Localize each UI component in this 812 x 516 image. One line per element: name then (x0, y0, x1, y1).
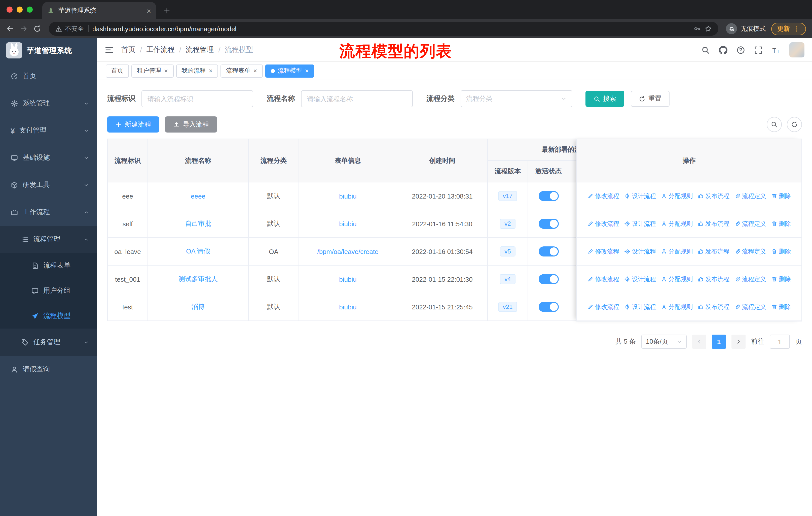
window-zoom-button[interactable] (27, 6, 33, 12)
breadcrumb-item[interactable]: 首页 (121, 45, 136, 54)
process-name-link[interactable]: 自己审批 (185, 219, 211, 228)
form-link[interactable]: /bpm/oa/leave/create (317, 248, 379, 255)
browser-tab[interactable]: 芋道管理系统 × (42, 2, 156, 19)
tag-item[interactable]: 租户管理× (132, 64, 173, 77)
row-action-assign[interactable]: 分配规则 (661, 247, 693, 256)
active-toggle[interactable] (539, 302, 558, 312)
row-action-edit[interactable]: 修改流程 (587, 192, 619, 200)
browser-menu-icon[interactable] (793, 25, 800, 32)
row-action-design[interactable]: 设计流程 (624, 219, 656, 228)
new-tab-button[interactable] (163, 7, 171, 15)
process-name-input[interactable] (301, 90, 413, 107)
form-link[interactable]: biubiu (339, 275, 356, 283)
active-toggle[interactable] (539, 246, 558, 256)
search-icon[interactable] (701, 46, 710, 54)
back-button[interactable] (6, 25, 14, 33)
row-action-publish[interactable]: 发布流程 (698, 219, 729, 228)
row-action-delete[interactable]: 删除 (771, 247, 791, 256)
row-action-definition[interactable]: 流程定义 (734, 219, 766, 228)
row-action-delete[interactable]: 删除 (771, 275, 791, 283)
font-size-icon[interactable]: TT (772, 46, 780, 54)
active-toggle[interactable] (539, 274, 558, 284)
process-name-link[interactable]: 滔博 (192, 302, 205, 311)
row-action-design[interactable]: 设计流程 (624, 192, 656, 200)
row-action-publish[interactable]: 发布流程 (698, 303, 729, 311)
forward-button[interactable] (20, 25, 28, 33)
tag-item[interactable]: 流程表单× (221, 64, 263, 77)
row-action-assign[interactable]: 分配规则 (661, 219, 693, 228)
sidebar-item-devtools[interactable]: 研发工具 (0, 171, 97, 198)
row-action-delete[interactable]: 删除 (771, 303, 791, 311)
security-indicator[interactable]: 不安全 (55, 24, 84, 33)
next-page-button[interactable] (731, 334, 746, 349)
form-link[interactable]: biubiu (339, 220, 356, 227)
browser-update-button[interactable]: 更新 (771, 22, 806, 35)
window-minimize-button[interactable] (17, 6, 23, 12)
category-select[interactable]: 流程分类 (461, 90, 572, 107)
address-bar[interactable]: 不安全 dashboard.yudao.iocoder.cn/bpm/manag… (49, 22, 718, 36)
help-icon[interactable] (736, 46, 745, 54)
breadcrumb-item[interactable]: 工作流程 (146, 45, 175, 54)
row-action-definition[interactable]: 流程定义 (734, 247, 766, 256)
app-logo[interactable]: 芋道管理系统 (0, 38, 97, 62)
process-name-link[interactable]: OA 请假 (186, 247, 210, 256)
toggle-search-button[interactable] (767, 117, 782, 132)
tag-close-icon[interactable]: × (253, 67, 257, 75)
row-action-definition[interactable]: 流程定义 (734, 275, 766, 283)
row-action-publish[interactable]: 发布流程 (698, 275, 729, 283)
sidebar-item-flow-form[interactable]: 流程表单 (0, 253, 97, 278)
password-key-icon[interactable] (694, 25, 701, 32)
tag-active[interactable]: 流程模型× (265, 64, 314, 77)
row-action-design[interactable]: 设计流程 (624, 275, 656, 283)
window-close-button[interactable] (6, 6, 12, 12)
row-action-assign[interactable]: 分配规则 (661, 303, 693, 311)
breadcrumb-item[interactable]: 流程管理 (186, 45, 214, 54)
sidebar-item-infra[interactable]: 基础设施 (0, 144, 97, 171)
process-key-input[interactable] (141, 90, 253, 107)
row-action-edit[interactable]: 修改流程 (587, 247, 619, 256)
row-action-assign[interactable]: 分配规则 (661, 192, 693, 200)
prev-page-button[interactable] (692, 334, 706, 349)
sidebar-item-system[interactable]: 系统管理 (0, 90, 97, 117)
tag-close-icon[interactable]: × (164, 67, 168, 75)
tag-close-icon[interactable]: × (209, 67, 212, 75)
create-process-button[interactable]: 新建流程 (107, 116, 159, 133)
sidebar-item-payment[interactable]: ¥支付管理 (0, 117, 97, 144)
tab-close-icon[interactable]: × (146, 7, 151, 15)
sidebar-collapse-icon[interactable] (105, 45, 114, 54)
sidebar-item-user-group[interactable]: 用户分组 (0, 278, 97, 303)
row-action-definition[interactable]: 流程定义 (734, 303, 766, 311)
tag-close-icon[interactable]: × (305, 67, 309, 75)
sidebar-item-home[interactable]: 首页 (0, 62, 97, 90)
sidebar-item-task-manage[interactable]: 任务管理 (0, 329, 97, 356)
row-action-assign[interactable]: 分配规则 (661, 275, 693, 283)
row-action-publish[interactable]: 发布流程 (698, 192, 729, 200)
tag-item[interactable]: 我的流程× (176, 64, 218, 77)
goto-page-input[interactable] (770, 334, 790, 349)
user-avatar[interactable] (789, 42, 805, 57)
search-button[interactable]: 搜索 (585, 91, 624, 107)
sidebar-item-leave-query[interactable]: 请假查询 (0, 356, 97, 383)
active-toggle[interactable] (539, 191, 558, 201)
process-name-link[interactable]: 测试多审批人 (178, 275, 218, 284)
row-action-edit[interactable]: 修改流程 (587, 275, 619, 283)
reset-button[interactable]: 重置 (631, 91, 670, 107)
sidebar-item-workflow[interactable]: 工作流程 (0, 198, 97, 226)
fullscreen-icon[interactable] (754, 46, 763, 54)
row-action-design[interactable]: 设计流程 (624, 247, 656, 256)
process-name-link[interactable]: eeee (191, 192, 205, 200)
form-link[interactable]: biubiu (339, 192, 356, 200)
row-action-publish[interactable]: 发布流程 (698, 247, 729, 256)
row-action-definition[interactable]: 流程定义 (734, 192, 766, 200)
bookmark-star-icon[interactable] (705, 25, 712, 32)
github-icon[interactable] (719, 46, 727, 54)
sidebar-item-flow-model[interactable]: 流程模型 (0, 303, 97, 329)
row-action-delete[interactable]: 删除 (771, 192, 791, 200)
row-action-edit[interactable]: 修改流程 (587, 303, 619, 311)
form-link[interactable]: biubiu (339, 303, 356, 311)
sidebar-item-flow-manage[interactable]: 流程管理 (0, 226, 97, 253)
row-action-design[interactable]: 设计流程 (624, 303, 656, 311)
import-process-button[interactable]: 导入流程 (165, 116, 217, 133)
current-page-button[interactable]: 1 (712, 334, 726, 349)
tag-item[interactable]: 首页 (106, 64, 129, 77)
